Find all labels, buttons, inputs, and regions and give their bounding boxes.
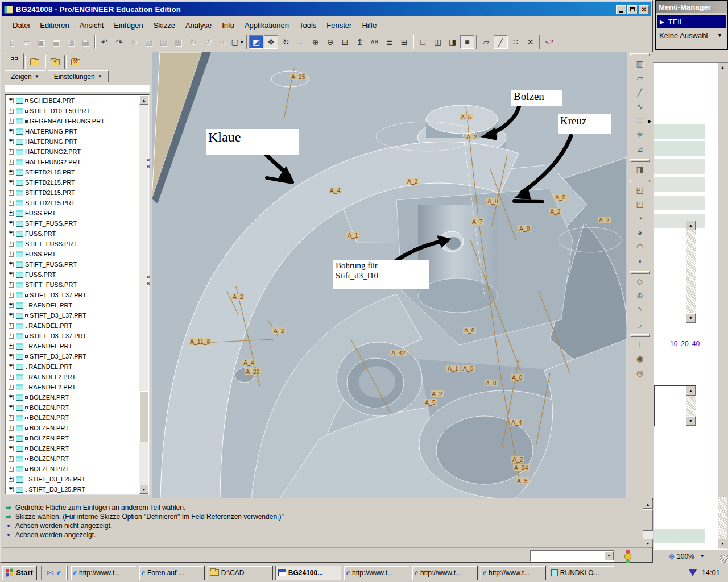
pan-zoom-icon[interactable]: ↔ bbox=[293, 35, 308, 49]
expand-icon[interactable] bbox=[9, 180, 14, 185]
tree-item[interactable]: STIFT_FUSS.PRT bbox=[6, 218, 139, 228]
expand-icon[interactable] bbox=[9, 221, 14, 226]
inner-scrollbar[interactable]: ▲ ▼ bbox=[686, 221, 696, 323]
tree-item[interactable]: STIFT_D3_L37.PRT bbox=[6, 310, 139, 321]
spin-center-icon[interactable]: ❖ bbox=[264, 35, 278, 49]
selection-filter-combo[interactable]: ▼ bbox=[530, 550, 614, 562]
axis-tag[interactable]: A_8 bbox=[485, 380, 498, 386]
scroll-up-icon[interactable]: ▲ bbox=[139, 95, 148, 105]
chamfer-icon[interactable]: ◇ bbox=[633, 275, 647, 288]
axis-tag[interactable]: A_7 bbox=[471, 218, 484, 225]
axis-tag[interactable]: A_42 bbox=[390, 350, 407, 356]
expand-icon[interactable] bbox=[9, 313, 14, 318]
wireframe-icon[interactable]: □ bbox=[416, 35, 430, 49]
axis-tag[interactable]: A_4 bbox=[329, 187, 342, 194]
find-icon[interactable]: ∞ bbox=[216, 35, 230, 49]
scroll-down-icon[interactable]: ▼ bbox=[643, 539, 653, 548]
paste-icon[interactable]: ▧ bbox=[156, 35, 171, 49]
datum-curve-icon[interactable]: ∿ bbox=[633, 99, 647, 113]
extrude-icon[interactable]: ◰ bbox=[633, 183, 647, 197]
scroll-up-icon[interactable]: ▲ bbox=[686, 386, 696, 396]
settings-button[interactable]: Einstellungen▼ bbox=[48, 70, 109, 82]
paste-special-icon[interactable]: ▩ bbox=[171, 35, 185, 49]
task-button[interactable]: D:\CAD bbox=[207, 566, 273, 580]
axis-tag[interactable]: A_2 bbox=[431, 390, 444, 397]
tab-favorites[interactable] bbox=[46, 55, 65, 69]
expand-icon[interactable] bbox=[9, 211, 14, 216]
start-button[interactable]: Start bbox=[2, 566, 37, 580]
pagination-link[interactable]: 20 bbox=[681, 340, 688, 348]
scroll-up-icon[interactable]: ▲ bbox=[718, 63, 727, 72]
context-help-icon[interactable]: ↖? bbox=[542, 35, 556, 49]
pattern-icon[interactable]: ◉ bbox=[633, 352, 647, 365]
menu-item-info[interactable]: Info bbox=[217, 19, 239, 31]
menu-item-skizze[interactable]: Skizze bbox=[149, 19, 180, 31]
axis-tag[interactable]: A_1 bbox=[346, 232, 359, 239]
task-button[interactable]: eForen auf ... bbox=[139, 566, 205, 580]
axis-tag[interactable]: A_8 bbox=[486, 198, 499, 205]
plane-display-icon[interactable]: ▱ bbox=[479, 35, 493, 49]
tree-item[interactable]: GEGENHALTERUNG.PRT bbox=[6, 116, 139, 126]
hidden-line-icon[interactable]: ◫ bbox=[431, 35, 445, 49]
use-edge-icon[interactable]: ◨ bbox=[633, 163, 647, 176]
tree-scrollbar[interactable]: ▲ ▼ bbox=[139, 95, 148, 494]
tree-item[interactable]: FUSS.PRT bbox=[6, 269, 139, 280]
axis-tag[interactable]: A_2 bbox=[272, 327, 286, 334]
expand-icon[interactable] bbox=[9, 170, 14, 175]
menu-item-hilfe[interactable]: Hilfe bbox=[357, 19, 381, 31]
zoom-out-icon[interactable]: ⊖ bbox=[323, 35, 337, 49]
no-hidden-icon[interactable]: ◨ bbox=[445, 35, 460, 49]
regeneration-status-icon[interactable] bbox=[623, 550, 632, 563]
title-bar[interactable]: BG241008 - Pro/ENGINEER Education Editio… bbox=[2, 2, 651, 16]
restore-button[interactable] bbox=[627, 5, 638, 14]
tree-item[interactable]: BOLZEN.PRT bbox=[6, 413, 139, 423]
tree-item[interactable]: ⌞RAENDEL.PRT bbox=[6, 361, 139, 372]
expand-icon[interactable] bbox=[9, 282, 14, 288]
refit-icon[interactable]: ⊡ bbox=[338, 35, 352, 49]
axis-tag[interactable]: A_5 bbox=[516, 477, 529, 484]
save-file-icon[interactable]: ▣ bbox=[34, 35, 48, 49]
scroll-thumb[interactable] bbox=[718, 72, 727, 497]
expand-icon[interactable] bbox=[9, 160, 14, 165]
expand-icon[interactable] bbox=[9, 344, 14, 349]
chevron-down-icon[interactable]: ▼ bbox=[604, 551, 614, 560]
axis-tag[interactable]: A_4 bbox=[242, 359, 255, 366]
datum-axis-point-icon[interactable]: ✳ bbox=[633, 128, 647, 142]
regenerate-icon[interactable]: ↻ bbox=[186, 35, 200, 49]
axis-tag[interactable]: A_5 bbox=[554, 194, 567, 201]
save-copy-icon[interactable]: ▥ bbox=[64, 35, 78, 49]
chevron-down-icon[interactable]: ▼ bbox=[240, 40, 244, 44]
menu-manager-item-teil[interactable]: ▶ TEIL bbox=[657, 15, 726, 28]
hole-icon[interactable]: ⊕ bbox=[633, 289, 647, 302]
axis-tag[interactable]: A_15 bbox=[290, 73, 307, 80]
draft-icon[interactable]: ◔ bbox=[633, 211, 647, 225]
axis-tag[interactable]: A_11_8 bbox=[189, 338, 211, 345]
tree-item[interactable]: ⌞RAENDEL2.PRT bbox=[6, 382, 139, 392]
repaint-icon[interactable]: ◩ bbox=[249, 35, 263, 49]
regenerate-auto-icon[interactable]: ↺ bbox=[201, 35, 215, 49]
axis-tag[interactable]: A_2 bbox=[406, 178, 419, 185]
scroll-up-icon[interactable]: ▲ bbox=[686, 221, 696, 230]
undo-icon[interactable]: ↶ bbox=[97, 35, 111, 49]
backup-icon[interactable]: ▦ bbox=[78, 35, 93, 49]
axis-tag[interactable]: A_1 bbox=[446, 365, 460, 372]
tree-item[interactable]: ⌞RAENDEL.PRT bbox=[6, 300, 139, 310]
expand-icon[interactable] bbox=[9, 364, 14, 369]
tree-item[interactable]: STIFT_D3_L37.PRT bbox=[6, 331, 139, 341]
expand-icon[interactable] bbox=[9, 426, 14, 431]
axis-tag[interactable]: A_5 bbox=[462, 365, 475, 372]
tree-item[interactable]: ⌞RAENDEL.PRT bbox=[6, 321, 139, 331]
expand-icon[interactable] bbox=[9, 395, 14, 400]
saved-views-icon[interactable]: ↥ bbox=[353, 35, 367, 49]
shaded-icon[interactable]: ■ bbox=[460, 35, 474, 49]
expand-icon[interactable] bbox=[9, 446, 14, 451]
tree-item[interactable]: BOLZEN.PRT bbox=[6, 464, 139, 474]
expand-icon[interactable] bbox=[9, 436, 14, 441]
dimension-icon[interactable]: ⊿ bbox=[633, 142, 647, 156]
axis-tag[interactable]: A_2 bbox=[549, 208, 562, 215]
resize-grip[interactable] bbox=[720, 555, 728, 563]
expand-icon[interactable] bbox=[9, 467, 14, 472]
sash-collapse-icon[interactable]: «« bbox=[147, 274, 152, 286]
tree-item[interactable]: STIFTD2L15.PRT bbox=[6, 177, 139, 188]
axis-tag[interactable]: A_5 bbox=[424, 399, 437, 406]
